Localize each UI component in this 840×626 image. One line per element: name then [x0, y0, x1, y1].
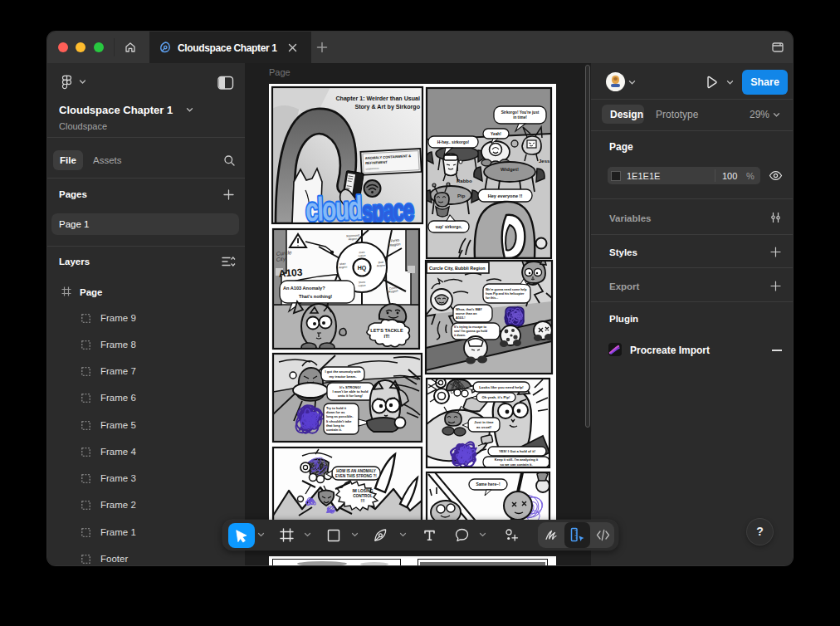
svg-text:HOW IS AN ANOMALY: HOW IS AN ANOMALY [336, 469, 376, 473]
svg-text:as usual!: as usual! [476, 425, 491, 429]
svg-text:region: region [358, 284, 365, 287]
svg-text:so we can contain it.: so we can contain it. [500, 462, 532, 467]
svg-text:for this...: for this... [486, 296, 498, 300]
svg-text:Just in time: Just in time [474, 420, 494, 424]
svg-text:EVEN THIS STRONG ?!: EVEN THIS STRONG ?! [335, 474, 377, 478]
svg-text:Curcle City, Bubbli Region: Curcle City, Bubbli Region [429, 266, 486, 271]
svg-text:Rabbo: Rabbo [457, 179, 472, 183]
svg-text:CONTROL: CONTROL [353, 494, 373, 498]
svg-text:It's STRONG!: It's STRONG! [339, 385, 361, 389]
svg-text:Story & Art by Sirkorgo: Story & Art by Sirkorgo [354, 104, 420, 110]
svg-text:An A103 Anomaly?: An A103 Anomaly? [283, 286, 325, 291]
svg-text:sup' sirkorgo,: sup' sirkorgo, [435, 225, 462, 229]
svg-text:!!!: !!! [361, 499, 365, 503]
svg-text:Pip: Pip [457, 193, 466, 198]
svg-text:Region: Region [348, 237, 357, 242]
svg-text:Whoa, that's WAY: Whoa, that's WAY [456, 308, 482, 311]
svg-text:Widget!: Widget! [501, 167, 519, 172]
svg-text:Same here~!: Same here~! [476, 482, 501, 487]
svg-text:cloud: cloud [305, 189, 361, 227]
svg-text:IM LOSING: IM LOSING [352, 489, 373, 493]
svg-text:YES! I Got a hold of it!: YES! I Got a hold of it! [499, 449, 535, 453]
svg-text:Jess: Jess [539, 159, 550, 164]
svg-text:contain it.: contain it. [326, 428, 342, 432]
svg-text:I got the anomaly with: I got the anomaly with [325, 369, 361, 374]
svg-text:HQ: HQ [358, 265, 367, 271]
svg-text:it down.: it down. [454, 334, 466, 337]
svg-text:Oh yeah, it's Pip!: Oh yeah, it's Pip! [482, 395, 510, 399]
svg-text:onto it for long!: onto it for long! [338, 394, 363, 398]
svg-text:Looks like you need help!: Looks like you need help! [479, 385, 524, 389]
svg-text:A103-!: A103-! [456, 316, 466, 320]
svg-text:my tractor beam-: my tractor beam- [329, 374, 357, 379]
svg-text:worse than an: worse than an [455, 312, 477, 315]
svg-text:Chapter 1: Weirder than Usual: Chapter 1: Weirder than Usual [335, 95, 420, 102]
svg-text:A103: A103 [278, 267, 303, 280]
svg-text:sea! I'm gonna go hold: sea! I'm gonna go hold [454, 330, 488, 333]
svg-text:Keep it still- I'm analyzing i: Keep it still- I'm analyzing it [495, 457, 539, 462]
svg-text:H-hey.. sirkorgo!: H-hey.. sirkorgo! [437, 140, 470, 144]
svg-text:from Pip and his helicopter: from Pip and his helicopter [486, 292, 525, 296]
svg-text:LET'S TACKLE: LET'S TACKLE [370, 328, 403, 333]
svg-text:Sirkorgo! You're just: Sirkorgo! You're just [501, 110, 540, 115]
svg-text:Yeah!: Yeah! [491, 132, 501, 136]
svg-text:IT!: IT! [384, 334, 390, 339]
svg-text:region: region [358, 254, 365, 257]
svg-text:in time!: in time! [513, 115, 527, 120]
svg-text:I won't be able to hold: I won't be able to hold [333, 389, 369, 394]
svg-text:Hey everyone !!: Hey everyone !! [488, 193, 523, 198]
svg-text:It's trying to escape to: It's trying to escape to [454, 325, 487, 329]
svg-text:That's nothing!: That's nothing! [299, 294, 332, 299]
svg-text:We're gonna need some help: We're gonna need some help [486, 288, 527, 291]
